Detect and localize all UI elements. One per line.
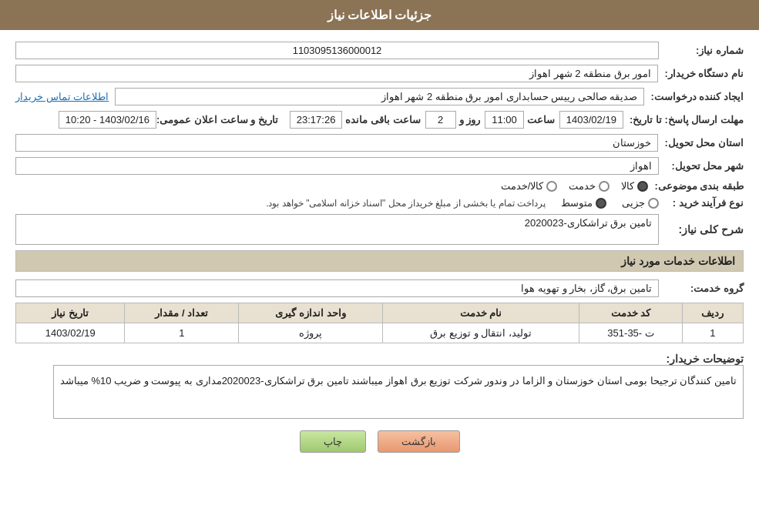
service-section-title: اطلاعات خدمات مورد نیاز [15,250,744,272]
deadline-date-value: 1403/02/19 [559,111,623,129]
button-row: بازگشت چاپ [15,430,744,468]
notes-value: تامین کنندگان ترجیحا بومی استان خوزستان … [53,365,744,419]
page-title: جزئیات اطلاعات نیاز [327,8,432,22]
col-name: نام خدمت [382,303,579,323]
category-kala-khedmat-label: کالا/خدمت [501,180,544,192]
contact-link[interactable]: اطلاعات تماس خریدار [15,91,109,102]
organization-row: نام دستگاه خریدار: امور برق منطقه 2 شهر … [15,65,744,82]
col-row: ردیف [682,303,743,323]
table-row: 1 ت -35-351 تولید، انتقال و توزیع برق پر… [16,323,744,343]
cell-unit: پروژه [239,323,382,343]
description-label: شرح کلی نیاز: [659,223,744,236]
purchase-motawaset-radio[interactable] [596,198,606,209]
category-kala-khedmat-radio[interactable] [546,181,557,192]
purchase-jozi[interactable]: جزیی [622,197,659,209]
city-label: شهر محل تحویل: [659,160,744,172]
city-row: شهر محل تحویل: اهواز [15,157,744,175]
deadline-row: مهلت ارسال پاسخ: تا تاریخ: 1403/02/19 سا… [15,111,744,129]
purchase-options: جزیی متوسط پرداخت تمام یا بخشی از مبلغ خ… [15,197,659,209]
category-label: طبقه بندی موضوعی: [648,180,744,192]
back-button[interactable]: بازگشت [378,430,460,453]
print-button[interactable]: چاپ [300,430,366,453]
purchase-jozi-label: جزیی [622,197,645,209]
service-group-row: گروه خدمت: تامین برق، گاز، بخار و تهویه … [15,279,744,297]
announce-value: 1403/02/16 - 10:20 [59,111,156,129]
need-number-value: 1103095136000012 [15,42,659,59]
creator-label: ایجاد کننده درخواست: [644,91,744,102]
category-kala[interactable]: کالا [621,180,648,192]
creator-value: صدیقه صالحی رییس حسابداری امور برق منطقه… [115,88,644,105]
cell-name: تولید، انتقال و توزیع برق [382,323,579,343]
description-value: تامین برق تراشکاری-2020023 [15,214,659,245]
category-row: طبقه بندی موضوعی: کالا خدمت کالا/خدمت [15,180,744,192]
deadline-time-value: 11:00 [485,111,524,129]
category-kala-radio[interactable] [637,181,648,192]
days-value: 2 [425,111,456,129]
organization-label: نام دستگاه خریدار: [658,68,744,79]
need-number-row: شماره نیاز: 1103095136000012 [15,42,744,59]
col-date: تاریخ نیاز [16,303,125,323]
service-table: ردیف کد خدمت نام خدمت واحد اندازه گیری ت… [15,303,744,343]
service-group-label: گروه خدمت: [659,283,744,294]
col-code: کد خدمت [579,303,682,323]
cell-row: 1 [682,323,743,343]
province-value: خوزستان [15,134,658,152]
category-khedmat-label: خدمت [569,180,596,192]
category-kala-khedmat[interactable]: کالا/خدمت [501,180,558,192]
cell-qty: 1 [125,323,239,343]
cell-code: ت -35-351 [579,323,682,343]
announce-label: تاریخ و ساعت اعلان عمومی: [156,114,278,125]
service-group-value: تامین برق، گاز، بخار و تهویه هوا [15,279,659,297]
col-unit: واحد اندازه گیری [239,303,382,323]
notes-label: توضیحات خریدار: [659,353,744,365]
category-options: کالا خدمت کالا/خدمت [15,180,648,192]
category-khedmat-radio[interactable] [599,181,610,192]
deadline-label: مهلت ارسال پاسخ: تا تاریخ: [623,114,744,125]
purchase-type-row: نوع فرآیند خرید : جزیی متوسط پرداخت تمام… [15,197,744,209]
page-header: جزئیات اطلاعات نیاز [0,0,759,30]
time-label: ساعت [527,114,555,125]
purchase-type-label: نوع فرآیند خرید : [659,197,744,209]
remaining-value: 23:17:26 [290,111,343,129]
purchase-note: پرداخت تمام یا بخشی از مبلغ خریداز محل "… [266,198,546,209]
cell-date: 1403/02/19 [16,323,125,343]
creator-row: ایجاد کننده درخواست: صدیقه صالحی رییس حس… [15,88,744,105]
description-row: شرح کلی نیاز: تامین برق تراشکاری-2020023 [15,214,744,245]
city-value: اهواز [15,157,659,175]
category-kala-label: کالا [621,180,634,192]
category-khedmat[interactable]: خدمت [569,180,610,192]
days-label: روز و [459,114,481,125]
col-qty: تعداد / مقدار [125,303,239,323]
need-number-label: شماره نیاز: [659,45,744,56]
notes-row: توضیحات خریدار: تامین کنندگان ترجیحا بوم… [15,353,744,419]
organization-value: امور برق منطقه 2 شهر اهواز [15,65,658,82]
remaining-label: ساعت باقی مانده [345,114,420,125]
purchase-motawaset[interactable]: متوسط [561,197,606,209]
purchase-jozi-radio[interactable] [648,198,659,209]
province-label: استان محل تحویل: [658,137,744,149]
province-row: استان محل تحویل: خوزستان [15,134,744,152]
purchase-motawaset-label: متوسط [561,197,593,209]
